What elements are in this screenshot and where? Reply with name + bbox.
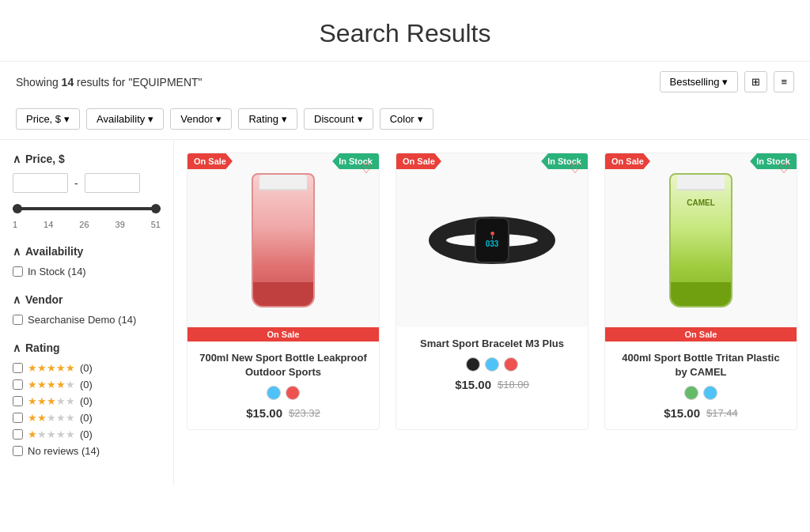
filter-availability-button[interactable]: Availability▾ [86,108,164,130]
color-swatch[interactable] [485,357,499,372]
rating-4star-count: (0) [80,379,93,391]
sidebar-availability-section: ∧ Availability In Stock (14) [13,245,161,277]
rating-3star-checkbox[interactable] [13,396,23,406]
results-count: 14 [62,76,74,89]
sidebar-price-title[interactable]: ∧ Price, $ [13,153,161,165]
availability-in-stock: In Stock (14) [13,266,161,277]
sort-button[interactable]: Bestselling ▾ [660,71,739,92]
slider-track [13,207,161,210]
color-swatch[interactable] [504,357,518,372]
list-view-button[interactable]: ≡ [774,71,794,92]
product-name: 700ml New Sport Bottle Leakproof Outdoor… [197,351,369,379]
sidebar-price-section: ∧ Price, $ - 1 14 26 39 51 [13,153,161,229]
color-swatch[interactable] [466,357,480,372]
rating-2star-checkbox[interactable] [13,413,23,423]
color-swatch[interactable] [267,386,281,400]
sort-label: Bestselling [670,76,720,88]
color-swatch[interactable] [286,386,300,400]
rating-4star-stars: ★★★★★ [28,379,75,391]
sidebar-rating-title[interactable]: ∧ Rating [13,341,161,354]
rating-3star: ★★★★★ (0) [13,395,161,407]
wishlist-button[interactable]: ♡ [569,160,581,177]
price-max-input[interactable] [85,173,140,193]
filter-rating-label: Rating [248,113,278,125]
color-swatches [615,386,787,400]
filter-discount-label: Discount [314,113,354,125]
page-title: Search Results [0,0,810,62]
product-name: Smart Sport Bracelet M3 Plus [406,337,578,351]
filter-color-chevron-icon: ▾ [418,113,423,125]
rating-3star-count: (0) [80,395,93,407]
rating-5star-stars: ★★★★★ [28,362,75,374]
chevron-up-icon: ∧ [13,245,21,258]
price-row: $15.00 $17.44 [615,406,787,420]
wishlist-button[interactable]: ♡ [360,160,373,177]
sidebar-rating-section: ∧ Rating ★★★★★ (0) ★★★★★ (0) ★★★★★ (0) ★… [13,341,161,457]
sort-grid-row: Bestselling ▾ ⊞ ≡ [660,71,794,92]
product-info: 700ml New Sport Bottle Leakproof Outdoor… [187,341,379,429]
rating-no-reviews-checkbox[interactable] [13,446,23,456]
filter-price-button[interactable]: Price, $▾ [16,108,80,130]
color-swatch[interactable] [703,386,717,400]
vendor-searchanise-checkbox[interactable] [13,315,23,325]
vendor-searchanise: Searchanise Demo (14) [13,314,161,326]
price-original: $17.44 [706,407,738,419]
sort-chevron-icon: ▾ [722,76,728,88]
rating-4star: ★★★★★ (0) [13,379,161,391]
badge-on-sale: On Sale [187,153,233,169]
filter-color-button[interactable]: Color▾ [380,108,433,130]
filter-availability-label: Availability [97,113,145,125]
results-info: Showing 14 results for "EQUIPMENT" [16,76,202,89]
price-original: $18.00 [498,379,529,391]
grid-view-button[interactable]: ⊞ [744,71,767,92]
sidebar-vendor-title[interactable]: ∧ Vendor [13,293,161,306]
sidebar-rating-label: Rating [25,341,60,354]
rating-5star-count: (0) [80,362,93,374]
product-card: On Sale In Stock ♡ On Sale 700ml New Spo… [187,153,380,430]
badge-on-sale: On Sale [605,153,650,169]
rating-4star-checkbox[interactable] [13,379,23,390]
filter-rating-chevron-icon: ▾ [282,113,287,125]
products-grid: On Sale In Stock ♡ On Sale 700ml New Spo… [187,153,797,430]
color-swatch[interactable] [684,386,698,400]
slider-thumb-left[interactable] [13,204,22,213]
price-current: $15.00 [455,378,491,391]
sidebar-vendor-section: ∧ Vendor Searchanise Demo (14) [13,293,161,326]
slider-thumb-right[interactable] [151,204,161,213]
sidebar-price-label: Price, $ [25,153,65,165]
list-icon: ≡ [781,76,787,88]
rating-1star-checkbox[interactable] [13,429,23,440]
vendor-searchanise-label: Searchanise Demo (14) [28,314,136,326]
product-image-container: On Sale In Stock ♡ [187,153,379,327]
product-name: 400ml Sport Bottle Tritan Plastic by CAM… [615,351,787,379]
chevron-up-icon: ∧ [13,341,21,354]
price-min-input[interactable] [13,173,68,193]
sidebar: ∧ Price, $ - 1 14 26 39 51 [0,140,174,485]
sidebar-availability-title[interactable]: ∧ Availability [13,245,161,258]
chevron-up-icon: ∧ [13,153,21,165]
price-current: $15.00 [246,406,282,420]
filter-rating-button[interactable]: Rating▾ [238,108,297,130]
rating-5star-checkbox[interactable] [13,363,23,373]
rating-2star-stars: ★★★★★ [28,412,75,424]
price-slider[interactable] [13,201,161,217]
filter-vendor-label: Vendor [180,113,213,125]
filter-vendor-chevron-icon: ▾ [216,113,221,125]
filter-price-chevron-icon: ▾ [64,113,70,125]
filter-discount-chevron-icon: ▾ [358,113,363,125]
sidebar-vendor-label: Vendor [25,293,62,306]
rating-1star-count: (0) [80,428,93,440]
sidebar-availability-label: Availability [25,245,83,258]
availability-in-stock-checkbox[interactable] [13,266,23,277]
filter-discount-button[interactable]: Discount▾ [304,108,373,130]
filter-vendor-button[interactable]: Vendor▾ [170,108,232,130]
price-row: $15.00 $23.32 [197,406,369,420]
rating-5star: ★★★★★ (0) [13,362,161,374]
product-image-container: On Sale In Stock ♡ CAMEL [605,153,797,327]
results-suffix: results for "EQUIPMENT" [77,76,202,89]
wishlist-button[interactable]: ♡ [778,160,790,177]
product-card: On Sale In Stock ♡ 📍 033 Smart Sport Bra… [396,153,589,430]
products-area: On Sale In Stock ♡ On Sale 700ml New Spo… [174,140,810,485]
filter-color-label: Color [390,113,414,125]
slider-fill [13,207,161,210]
